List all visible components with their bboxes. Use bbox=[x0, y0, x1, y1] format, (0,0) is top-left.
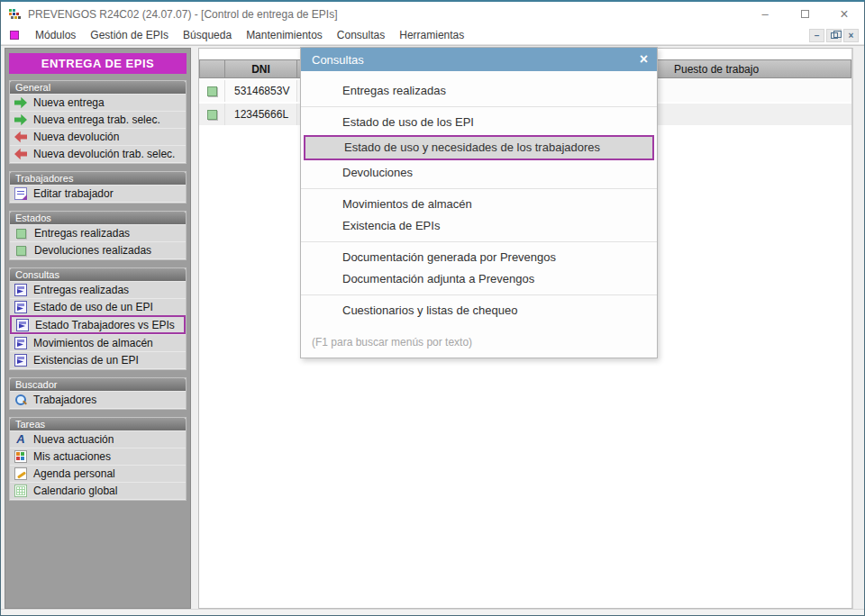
column-header-dni[interactable]: DNI bbox=[225, 59, 297, 78]
section-header-estados: Estados bbox=[10, 212, 186, 224]
edit-document-icon bbox=[14, 187, 27, 200]
report-icon bbox=[16, 319, 29, 331]
sidebar-section-trabajadores: Trabajadores Editar trabajador bbox=[9, 171, 187, 204]
menu-mantenimientos[interactable]: Mantenimientos bbox=[239, 26, 330, 44]
sidebar-item-devoluciones-realizadas-estado[interactable]: Devoluciones realizadas bbox=[10, 241, 186, 258]
sidebar-item-nueva-entrega[interactable]: Nueva entrega bbox=[10, 94, 186, 111]
consultas-popup-menu: Consultas × Entregas realizadas Estado d… bbox=[300, 47, 658, 358]
app-window: PREVENGOS R24C02 (24.07.07) - [Control d… bbox=[0, 0, 865, 616]
popup-item-estado-de-uso-y-necesidades[interactable]: Estado de uso y necesidades de los traba… bbox=[304, 135, 654, 160]
popup-item-movimientos-de-almacen[interactable]: Movimientos de almacén bbox=[301, 194, 657, 215]
popup-title: Consultas bbox=[312, 53, 364, 67]
popup-group: Cuestionarios y listas de chequeo bbox=[301, 294, 657, 323]
sidebar-section-consultas: Consultas Entregas realizadas Estado de … bbox=[9, 267, 187, 370]
sidebar-item-nueva-devolucion[interactable]: Nueva devolución bbox=[10, 128, 186, 145]
restore-icon bbox=[831, 32, 838, 39]
arrow-right-icon bbox=[14, 96, 27, 109]
row-status-cell bbox=[199, 104, 225, 125]
popup-group: Movimientos de almacén Existencia de EPI… bbox=[301, 188, 657, 239]
sidebar-item-existencias-de-un-epi[interactable]: Existencias de un EPI bbox=[10, 351, 186, 368]
report-icon bbox=[14, 337, 27, 349]
item-label: Trabajadores bbox=[33, 394, 96, 406]
arrow-right-icon bbox=[14, 113, 27, 126]
item-label: Nueva actuación bbox=[33, 433, 114, 446]
popup-close-icon[interactable]: × bbox=[640, 51, 648, 68]
sidebar-item-agenda-personal[interactable]: Agenda personal bbox=[10, 465, 186, 482]
sidebar-item-entregas-realizadas-estado[interactable]: Entregas realizadas bbox=[10, 224, 186, 241]
sidebar-item-consulta-entregas-realizadas[interactable]: Entregas realizadas bbox=[10, 281, 186, 298]
green-square-icon bbox=[207, 110, 217, 120]
mdi-close-button[interactable]: × bbox=[843, 29, 859, 42]
section-header-consultas: Consultas bbox=[10, 268, 186, 281]
maximize-button[interactable] bbox=[785, 2, 824, 26]
popup-header[interactable]: Consultas × bbox=[301, 48, 657, 71]
dni-cell: 53146853V bbox=[225, 80, 297, 102]
sidebar-item-editar-trabajador[interactable]: Editar trabajador bbox=[10, 185, 186, 202]
sidebar-item-buscador-trabajadores[interactable]: Trabajadores bbox=[10, 391, 186, 408]
menu-bar: Módulos Gestión de EPIs Búsqueda Manteni… bbox=[1, 26, 864, 45]
report-icon bbox=[14, 354, 27, 367]
item-label: Nueva entrega bbox=[33, 96, 105, 109]
item-label: Estado de uso de un EPI bbox=[33, 301, 153, 313]
arrow-left-icon bbox=[14, 148, 27, 160]
minimize-button[interactable]: – bbox=[745, 2, 785, 26]
dni-cell: 12345666L bbox=[225, 104, 297, 125]
sidebar-item-calendario-global[interactable]: Calendario global bbox=[10, 482, 186, 499]
item-label: Devoluciones realizadas bbox=[34, 244, 151, 257]
section-header-general: General bbox=[10, 81, 186, 94]
modules-icon[interactable] bbox=[10, 31, 19, 40]
search-icon bbox=[14, 394, 27, 406]
sidebar-item-nueva-entrega-trab-selec[interactable]: Nueva entrega trab. selec. bbox=[10, 111, 186, 128]
mdi-minimize-button[interactable]: – bbox=[809, 29, 824, 42]
sidebar-item-estado-de-uso-de-un-epi[interactable]: Estado de uso de un EPI bbox=[10, 298, 186, 315]
popup-item-estado-de-uso-de-los-epi[interactable]: Estado de uso de los EPI bbox=[301, 112, 657, 133]
popup-group: Estado de uso de los EPI Estado de uso y… bbox=[301, 106, 657, 186]
popup-group: Entregas realizadas bbox=[301, 78, 657, 104]
green-square-icon bbox=[207, 86, 217, 96]
popup-footer-hint: (F1 para buscar menús por texto) bbox=[301, 332, 657, 352]
item-label: Mis actuaciones bbox=[33, 450, 111, 463]
item-label: Calendario global bbox=[33, 485, 117, 497]
sidebar-section-tareas: Tareas A Nueva actuación Mis actuaciones… bbox=[9, 417, 187, 501]
item-label: Movimientos de almacén bbox=[33, 337, 153, 349]
popup-item-documentacion-adjunta[interactable]: Documentación adjunta a Prevengos bbox=[301, 268, 657, 290]
section-header-trabajadores: Trabajadores bbox=[10, 172, 186, 185]
close-button[interactable]: × bbox=[824, 2, 864, 26]
sidebar-item-nueva-actuacion[interactable]: A Nueva actuación bbox=[10, 430, 186, 448]
sidebar-section-general: General Nueva entrega Nueva entrega trab… bbox=[9, 80, 187, 164]
mdi-restore-button[interactable] bbox=[826, 29, 842, 42]
popup-group: Documentación generada por Prevengos Doc… bbox=[301, 241, 657, 292]
green-square-icon bbox=[16, 229, 26, 239]
sidebar-item-nueva-devolucion-trab-selec[interactable]: Nueva devolución trab. selec. bbox=[10, 145, 186, 162]
sidebar-item-mis-actuaciones[interactable]: Mis actuaciones bbox=[10, 448, 186, 465]
menu-modulos[interactable]: Módulos bbox=[28, 26, 83, 44]
letter-a-icon: A bbox=[14, 433, 27, 446]
column-header-icon[interactable] bbox=[199, 59, 225, 78]
popup-item-entregas-realizadas[interactable]: Entregas realizadas bbox=[301, 80, 657, 102]
menu-herramientas[interactable]: Herramientas bbox=[392, 26, 471, 44]
sidebar-item-estado-trabajadores-vs-epis[interactable]: Estado Trabajadores vs EPIs bbox=[10, 315, 186, 334]
color-grid-icon bbox=[14, 450, 27, 463]
popup-item-devoluciones[interactable]: Devoluciones bbox=[301, 162, 657, 184]
row-status-cell bbox=[199, 80, 225, 102]
app-logo-icon bbox=[9, 9, 22, 20]
menu-consultas[interactable]: Consultas bbox=[330, 26, 392, 44]
maximize-icon bbox=[801, 10, 809, 18]
menu-busqueda[interactable]: Búsqueda bbox=[176, 26, 239, 44]
report-icon bbox=[14, 301, 27, 313]
menu-gestion-de-epis[interactable]: Gestión de EPIs bbox=[83, 26, 176, 44]
calendar-icon bbox=[14, 485, 27, 497]
bottom-strip bbox=[1, 609, 864, 615]
item-label: Agenda personal bbox=[33, 467, 115, 480]
column-header-puesto-de-trabajo[interactable]: Puesto de trabajo bbox=[656, 59, 851, 78]
popup-item-existencia-de-epis[interactable]: Existencia de EPIs bbox=[301, 215, 657, 237]
item-label: Nueva devolución trab. selec. bbox=[33, 148, 175, 160]
sidebar: ENTREGA DE EPIS General Nueva entrega Nu… bbox=[5, 48, 191, 609]
popup-item-cuestionarios-y-listas[interactable]: Cuestionarios y listas de chequeo bbox=[301, 300, 657, 322]
report-icon bbox=[14, 284, 27, 296]
item-label: Nueva devolución bbox=[33, 131, 119, 143]
green-square-icon bbox=[16, 246, 26, 256]
popup-item-documentacion-generada[interactable]: Documentación generada por Prevengos bbox=[301, 247, 657, 268]
item-label: Entregas realizadas bbox=[34, 227, 130, 240]
sidebar-item-movimientos-de-almacen[interactable]: Movimientos de almacén bbox=[10, 334, 186, 351]
